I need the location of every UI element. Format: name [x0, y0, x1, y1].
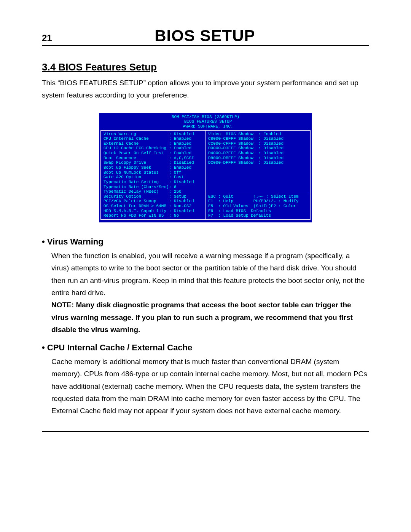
bios-right-bottom: ESC : Quit ↑↓→← : Select Item F1 : Help …: [206, 193, 310, 219]
bios-left-column: Virus Warning : Disabled CPU Internal Ca…: [101, 131, 206, 220]
bios-screenshot: ROM PCI/ISA BIOS (2A69KTLP) BIOS FEATURE…: [99, 113, 312, 222]
bios-body: Virus Warning : Disabled CPU Internal Ca…: [100, 130, 311, 220]
section-heading: 3.4 BIOS Features Setup: [42, 61, 369, 73]
item-heading-cpu-cache: • CPU Internal Cache / External Cache: [42, 343, 369, 353]
item-heading-virus-warning: • Virus Warning: [42, 237, 369, 247]
page: 21 BIOS SETUP 3.4 BIOS Features Setup Th…: [0, 0, 411, 532]
item-note: NOTE: Many disk diagnostic programs that…: [51, 299, 369, 336]
item-paragraph: When the function is enabled, you will r…: [51, 252, 365, 297]
footer-rule: [42, 431, 369, 432]
page-number: 21: [42, 33, 52, 43]
item-body-cpu-cache: Cache memory is additional memory that i…: [51, 356, 369, 417]
item-body-virus-warning: When the function is enabled, you will r…: [51, 250, 369, 336]
item-paragraph: Cache memory is additional memory that i…: [51, 358, 367, 415]
page-title: BIOS SETUP: [52, 27, 369, 45]
page-header: 21 BIOS SETUP: [42, 27, 369, 46]
bios-header-text: ROM PCI/ISA BIOS (2A69KTLP) BIOS FEATURE…: [100, 115, 311, 129]
bios-right-top: Video BIOS Shadow : Enabled C8000-CBFFF …: [206, 131, 310, 193]
section-intro: This “BIOS FEATURES SETUP” option allows…: [42, 77, 369, 102]
bios-right-column: Video BIOS Shadow : Enabled C8000-CBFFF …: [206, 131, 310, 220]
